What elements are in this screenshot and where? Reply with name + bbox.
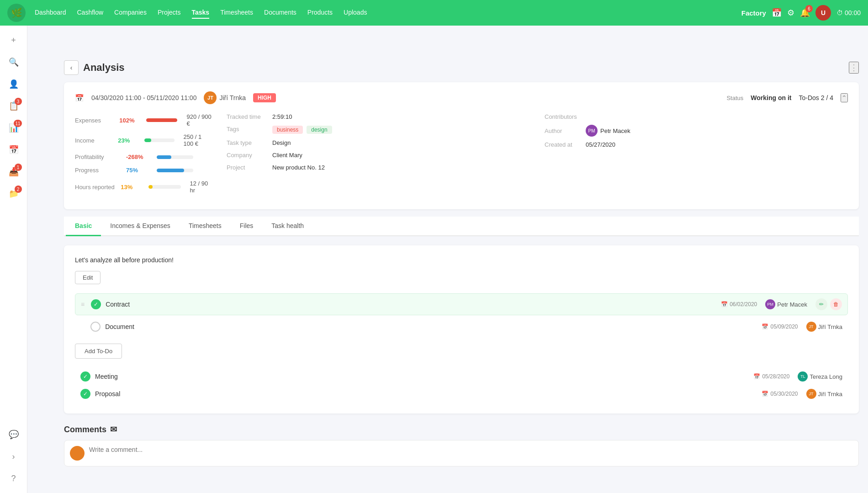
- todo-avatar-meeting: TL: [798, 371, 808, 382]
- expenses-label: Expenses: [75, 117, 114, 124]
- nav-documents[interactable]: Documents: [264, 7, 296, 19]
- todo-date-contract: 📅 06/02/2020: [721, 301, 757, 307]
- sidebar-tasks-badge: 3: [15, 98, 22, 105]
- status-label: Status: [726, 95, 743, 101]
- created-at-value: 05/27/2020: [586, 141, 615, 148]
- tab-task-health[interactable]: Task health: [262, 217, 313, 236]
- nav-companies[interactable]: Companies: [114, 7, 147, 19]
- expenses-stat: Expenses 102% 920 / 900 €: [75, 113, 212, 127]
- sidebar-chat[interactable]: 💬: [5, 425, 23, 444]
- factory-selector[interactable]: Factory: [741, 9, 766, 17]
- task-dates: 04/30/2020 11:00 - 05/11/2020 11:00: [91, 94, 196, 101]
- nav-uploads[interactable]: Uploads: [344, 7, 367, 19]
- calendar-btn[interactable]: 📅: [772, 8, 782, 18]
- todo-delete-btn-contract[interactable]: 🗑: [830, 298, 842, 310]
- todo-assignee-name-document: Jiří Trnka: [818, 323, 842, 330]
- todo-item-proposal: ✓ Proposal 📅 05/30/2020 JT Jiří Trnka: [75, 385, 848, 403]
- settings-btn[interactable]: ⚙: [787, 8, 794, 18]
- expenses-bar: [146, 118, 177, 122]
- task-info-card: 📅 04/30/2020 11:00 - 05/11/2020 11:00 JT…: [64, 82, 859, 209]
- author-name: Petr Macek: [600, 127, 630, 134]
- income-value: 23%: [118, 137, 138, 144]
- hours-value: 13%: [121, 184, 143, 191]
- tab-incomes-expenses[interactable]: Incomes & Expenses: [101, 217, 180, 236]
- tags-row: Tags business design: [227, 126, 530, 134]
- expenses-bar-fill: [146, 118, 177, 122]
- hours-bar: [148, 185, 181, 189]
- todo-avatar-contract: PM: [765, 299, 775, 309]
- comment-input[interactable]: [89, 446, 853, 453]
- todo-assignee-name-proposal: Jiří Trnka: [818, 391, 842, 398]
- nav-products[interactable]: Products: [307, 7, 333, 19]
- stats-column: Expenses 102% 920 / 900 € Income 23% 250…: [75, 113, 212, 200]
- sidebar-calendar[interactable]: 📅: [5, 141, 23, 159]
- nav-cashflow[interactable]: Cashflow: [77, 7, 104, 19]
- sidebar-people[interactable]: 👤: [5, 75, 23, 93]
- tag-business[interactable]: business: [272, 126, 303, 134]
- edit-button[interactable]: Edit: [75, 271, 101, 284]
- user-avatar[interactable]: U: [815, 5, 831, 21]
- comments-section: Comments ✉: [64, 424, 859, 466]
- tag-design[interactable]: design: [307, 126, 332, 134]
- todo-assignee-name-contract: Petr Macek: [777, 301, 807, 308]
- hours-text: 12 / 90 hr: [190, 180, 212, 194]
- nav-tasks[interactable]: Tasks: [192, 7, 210, 19]
- tab-timesheets[interactable]: Timesheets: [180, 217, 231, 236]
- completed-todos-list: ✓ Meeting 📅 05/28/2020 TL Tereza Long ✓ …: [75, 368, 848, 403]
- progress-value: 75%: [126, 167, 151, 174]
- todo-avatar-document: JT: [806, 322, 816, 332]
- profitability-value: -268%: [126, 154, 151, 160]
- mail-icon: ✉: [110, 424, 117, 435]
- details-column: Tracked time 2:59:10 Tags business desig…: [227, 113, 530, 200]
- sidebar-reports[interactable]: 📊 11: [5, 119, 23, 137]
- back-button[interactable]: ‹: [64, 60, 79, 75]
- profitability-label: Profitability: [75, 154, 121, 160]
- sidebar-projects[interactable]: 📁 2: [5, 185, 23, 203]
- date-range-icon: 📅: [75, 94, 84, 102]
- notifications-btn[interactable]: 🔔 6: [800, 8, 810, 18]
- todo-name-document: Document: [105, 323, 757, 330]
- tab-files[interactable]: Files: [231, 217, 263, 236]
- company-row: Company Client Mary: [227, 152, 530, 159]
- sidebar-add[interactable]: +: [5, 31, 23, 49]
- todos-label: To-Dos 2 / 4: [799, 94, 834, 101]
- sidebar-reports-badge: 11: [14, 120, 21, 127]
- tags-container: business design: [272, 126, 334, 134]
- nav-dashboard[interactable]: Dashboard: [35, 7, 66, 19]
- nav-projects[interactable]: Projects: [158, 7, 181, 19]
- author-avatar: PM: [586, 125, 598, 137]
- sidebar-search[interactable]: 🔍: [5, 53, 23, 71]
- comments-header: Comments ✉: [64, 424, 859, 435]
- nav-timesheets[interactable]: Timesheets: [220, 7, 253, 19]
- app-logo[interactable]: 🌿: [7, 4, 26, 22]
- todo-assignee-contract: PM Petr Macek: [765, 299, 807, 309]
- top-navigation: 🌿 Dashboard Cashflow Companies Projects …: [0, 0, 868, 26]
- comment-user-avatar: [70, 446, 85, 461]
- todo-checkbox-contract[interactable]: ✓: [91, 299, 101, 309]
- expenses-text: 920 / 900 €: [186, 113, 212, 127]
- add-todo-button[interactable]: Add To-Do: [75, 344, 122, 359]
- tab-basic[interactable]: Basic: [66, 217, 101, 236]
- main-content: ‹ Analysis ⋮ 📅 04/30/2020 11:00 - 05/11/…: [55, 51, 868, 493]
- sidebar-help[interactable]: ?: [5, 469, 23, 488]
- sidebar-inbox[interactable]: 📥 1: [5, 163, 23, 181]
- todo-checkbox-document[interactable]: [90, 322, 101, 332]
- todo-checkbox-meeting[interactable]: ✓: [80, 371, 90, 382]
- hours-stat: Hours reported 13% 12 / 90 hr: [75, 180, 212, 194]
- project-row: Project New product No. 12: [227, 164, 530, 171]
- drag-handle[interactable]: ≡: [81, 301, 85, 308]
- status-value: Working on it: [751, 94, 791, 101]
- sidebar-tasks-list[interactable]: 📋 3: [5, 97, 23, 115]
- income-stat: Income 23% 250 / 1 100 €: [75, 133, 212, 147]
- income-label: Income: [75, 137, 112, 144]
- top-nav-right: Factory 📅 ⚙ 🔔 6 U ⏱ 00:00: [741, 5, 861, 21]
- contributors-header: Contributors: [545, 113, 848, 120]
- todo-edit-btn-contract[interactable]: ✏: [815, 298, 827, 310]
- contributors-column: Contributors Author PM Petr Macek Create…: [545, 113, 848, 200]
- income-bar: [144, 138, 175, 142]
- todo-checkbox-proposal[interactable]: ✓: [80, 389, 90, 399]
- timer-display: ⏱ 00:00: [836, 9, 861, 16]
- more-options-button[interactable]: ⋮: [849, 62, 859, 74]
- collapse-button[interactable]: ⌃: [841, 93, 848, 102]
- sidebar-expand[interactable]: ›: [5, 447, 23, 466]
